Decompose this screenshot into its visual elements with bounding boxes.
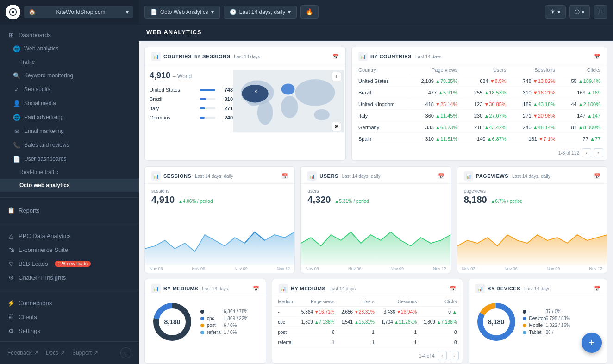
de-bar xyxy=(200,117,205,119)
devices-legend: - 37 / 0% Desktop 6,795 / 83% Mobile xyxy=(523,309,570,335)
sidebar-item-ecommerce[interactable]: 🛍 E-commerce Suite xyxy=(0,243,139,257)
device-dot-desktop xyxy=(523,317,526,320)
sidebar-item-ppc[interactable]: △ PPC Data Analytics xyxy=(0,229,139,243)
web-analytics-label: Web analytics xyxy=(24,45,58,52)
col-users: Users xyxy=(462,65,510,75)
chevron-down-icon3: ▾ xyxy=(288,9,291,15)
octo-analytics-label: Octo web analytics xyxy=(19,182,70,188)
sessions-card: 📊 SESSIONS Last 14 days, daily 📅 session… xyxy=(144,166,295,273)
sidebar-item-octo-web-analytics[interactable]: Octo web analytics xyxy=(0,179,139,192)
feedback-link[interactable]: Feedback ↗ xyxy=(7,347,38,358)
device-legend-tablet: Tablet 26 / — xyxy=(523,330,570,335)
br-bar-wrap xyxy=(200,98,215,100)
sessions-stat-body: sessions 4,910 ▲4.06% / period xyxy=(145,184,294,210)
sidebar-item-reports[interactable]: 📋 Reports xyxy=(0,203,139,217)
table-row: Brazil 477 ▲5.91% 255 ▲18.53% 310 ▼16.21… xyxy=(355,88,604,98)
menu-btn[interactable]: ≡ xyxy=(594,5,607,19)
svg-point-1 xyxy=(12,11,14,13)
traffic-label: Traffic xyxy=(19,59,35,65)
sidebar-item-seo-audits[interactable]: ✓ Seo audits xyxy=(0,82,139,96)
search-icon: 🔍 xyxy=(13,72,20,79)
by-countries-header: 📊 BY COUNTRIES Last 14 days 📅 xyxy=(352,47,607,64)
zoom-out-btn[interactable]: ⊕ xyxy=(332,122,341,131)
by-mediums-table-card: 📊 BY MEDIUMS Last 14 days 📅 Medium Page … xyxy=(272,279,463,364)
nav-admin-section: ⚡ Connections 🏛 Clients ⚙ Settings xyxy=(0,292,139,341)
external-link-icon: ↗ xyxy=(34,350,38,356)
support-link[interactable]: Support ↗ xyxy=(72,347,98,358)
docs-link[interactable]: Docs ↗ xyxy=(46,347,65,358)
devices-calendar-icon: 📅 xyxy=(594,286,600,292)
mediums-pie-body: 8,180 - 6,364 / 78% cpc xyxy=(145,296,266,347)
sidebar-item-clients[interactable]: 🏛 Clients xyxy=(0,310,139,324)
users-change: ▲5.31% / period xyxy=(334,199,369,204)
device-legend-desktop: Desktop 6,795 / 83% xyxy=(523,316,570,321)
col-country: Country xyxy=(355,65,407,75)
mt-col-clicks: Clicks xyxy=(420,297,459,307)
col-pageviews: Page views xyxy=(408,65,461,75)
fire-btn[interactable]: 🔥 xyxy=(300,5,319,19)
mt-col-pv: Page views xyxy=(298,297,337,307)
mediums-donut: 8,180 xyxy=(151,301,193,343)
sidebar-item-settings[interactable]: ⚙ Settings xyxy=(0,324,139,338)
sidebar-item-web-analytics[interactable]: 🌐 Web analytics xyxy=(0,42,139,56)
sidebar-item-b2b-leads[interactable]: ▽ B2B Leads 128 new leads xyxy=(0,257,139,270)
shop-selector[interactable]: 🏠 KiteWorldShop.com ▾ xyxy=(24,6,133,18)
sidebar-item-keyword-monitoring[interactable]: 🔍 Keyword monitoring xyxy=(0,69,139,82)
chevron-down-icon4: ▾ xyxy=(557,8,561,15)
page-title: WEB ANALYTICS xyxy=(139,24,613,41)
topbar: 📄 Octo Web Analytics ▾ 🕐 Last 14 days, d… xyxy=(139,0,613,24)
devices-donut: 8,180 xyxy=(475,301,517,343)
sidebar-item-dashboards[interactable]: ⊞ Dashboards xyxy=(0,28,139,42)
sidebar-item-connections[interactable]: ⚡ Connections xyxy=(0,296,139,310)
sidebar-item-chatgpt[interactable]: ⚙ ChatGPT Insights xyxy=(0,270,139,284)
users-chart-svg xyxy=(301,210,450,265)
realtime-label: Real-time traffic xyxy=(19,169,58,176)
shop-icon: 🏠 xyxy=(29,9,36,15)
calendar-icon2: 📅 xyxy=(594,54,600,60)
mt-next-btn[interactable]: › xyxy=(450,351,459,360)
seo-label: Seo audits xyxy=(24,86,50,93)
legend-item-post: post 6 / 0% xyxy=(200,323,248,328)
sidebar-item-email-marketing[interactable]: ✉ Email marketing xyxy=(0,124,139,138)
sidebar-item-user-dashboards[interactable]: 📄 User dashboards xyxy=(0,152,139,166)
pageviews-value: 8,180 xyxy=(464,195,487,205)
analytics-selector-btn[interactable]: 📄 Octo Web Analytics ▾ xyxy=(144,6,220,19)
mediums-table-title: BY MEDIUMS xyxy=(291,286,325,291)
external-link-icon2: ↗ xyxy=(60,350,65,356)
fab-add-btn[interactable]: + xyxy=(582,333,602,353)
sidebar-item-paid-advertising[interactable]: 🌐 Paid advertising xyxy=(0,110,139,124)
col-sessions: Sessions xyxy=(511,65,559,75)
row-3: 📊 BY MEDIUMS Last 14 days 📅 xyxy=(144,279,607,364)
legend-dot-dash xyxy=(200,310,204,314)
legend-dot-cpc xyxy=(200,317,204,320)
country-row-us: United States 748 xyxy=(150,85,233,94)
device-dot-tablet xyxy=(523,331,526,334)
sidebar-item-traffic[interactable]: Traffic xyxy=(0,56,139,69)
svg-point-5 xyxy=(257,100,273,125)
analytics-doc-icon: 📄 xyxy=(150,9,157,15)
back-btn[interactable]: ← xyxy=(120,347,131,358)
by-countries-title: BY COUNTRIES xyxy=(370,54,412,59)
countries-by-sessions-card: 📊 COUTRIES BY SESSIONS Last 14 days 📅 4,… xyxy=(144,47,346,161)
mediums-table-calendar-icon: 📅 xyxy=(450,286,456,292)
device-dot-mobile xyxy=(523,324,526,327)
social-label: Social media xyxy=(24,100,56,107)
sidebar-item-social-media[interactable]: 👤 Social media xyxy=(0,96,139,110)
share-btn[interactable]: ⬡ ▾ xyxy=(569,5,590,19)
settings-icon: ⚙ xyxy=(7,327,15,334)
map-area: + ⊕ xyxy=(233,69,344,134)
zoom-in-btn[interactable]: + xyxy=(332,72,341,81)
mt-col-users: Users xyxy=(338,297,377,307)
theme-btn[interactable]: ☀ ▾ xyxy=(545,5,566,19)
next-btn[interactable]: › xyxy=(594,148,603,157)
mt-prev-btn[interactable]: ‹ xyxy=(438,351,447,360)
nav-reports-section: 📋 Reports xyxy=(0,200,139,221)
users-subtitle: Last 14 days, daily xyxy=(342,174,381,179)
sidebar-item-realtime-traffic[interactable]: Real-time traffic xyxy=(0,166,139,179)
countries-sessions-header: 📊 COUTRIES BY SESSIONS Last 14 days 📅 xyxy=(145,47,345,64)
sidebar-item-sales-reviews[interactable]: 📞 Sales and reviews xyxy=(0,138,139,152)
prev-btn[interactable]: ‹ xyxy=(582,148,591,157)
nav-dashboards-section: ⊞ Dashboards 🌐 Web analytics Traffic 🔍 K… xyxy=(0,24,139,195)
date-selector-btn[interactable]: 🕐 Last 14 days, daily ▾ xyxy=(224,6,297,19)
legend-dot-post xyxy=(200,324,204,327)
